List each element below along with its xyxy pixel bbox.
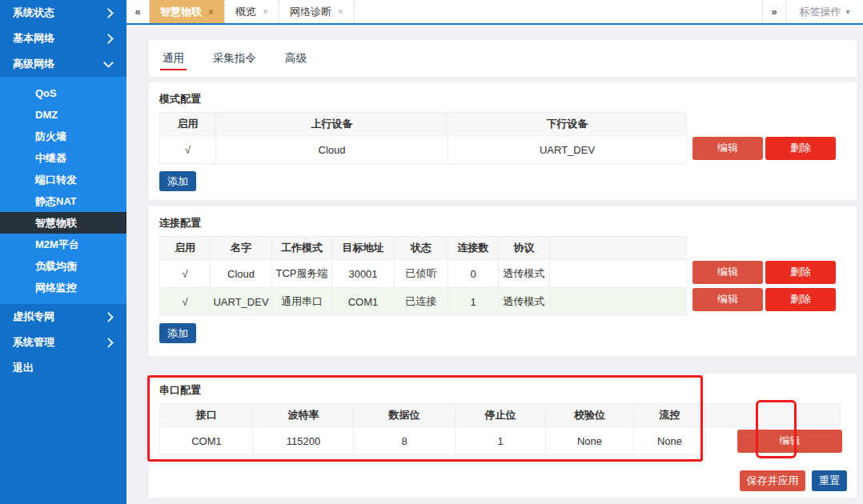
cell-protocol: 透传模式 — [499, 288, 550, 316]
sidebar-subitem-smart-iot[interactable]: 智慧物联 — [0, 212, 126, 234]
tab-overview[interactable]: 概览 × — [224, 0, 279, 23]
sidebar: 系统状态 基本网络 高级网络 QoS DMZ 防火墙 中继器 端口转发 静态NA… — [0, 0, 126, 504]
cell-uplink-device: Cloud — [216, 136, 448, 164]
cell-filler — [550, 288, 687, 316]
column-header: 接口 — [160, 404, 254, 427]
close-icon[interactable]: × — [208, 7, 214, 17]
cell-parity: None — [546, 427, 634, 455]
main-content: 通用 采集指令 高级 模式配置 启用 上行设备 下行设备 √ Cloud UAR… — [126, 25, 863, 504]
tab-ops-dropdown[interactable]: 标签操作 ▾ — [786, 0, 863, 23]
edit-button[interactable]: 编辑 — [692, 137, 763, 160]
cell-downlink-device: UART_DEV — [448, 136, 687, 164]
add-button[interactable]: 添加 — [159, 323, 196, 343]
sidebar-subitem-network-monitoring[interactable]: 网络监控 — [0, 277, 126, 298]
cell-connection-count: 1 — [448, 288, 499, 316]
sidebar-submenu: QoS DMZ 防火墙 中继器 端口转发 静态NAT 智慧物联 M2M平台 负载… — [0, 77, 126, 304]
column-header: 连接数 — [448, 237, 499, 260]
close-icon[interactable]: × — [263, 7, 268, 17]
column-header: 停止位 — [456, 404, 546, 427]
sidebar-item-label: 基本网络 — [13, 31, 54, 46]
serial-config-table: 接口 波特率 数据位 停止位 校验位 流控 COM1 115200 8 1 No… — [159, 403, 706, 455]
sidebar-item-advanced-network[interactable]: 高级网络 — [0, 51, 126, 77]
sidebar-item-vpn[interactable]: 虚拟专网 — [0, 304, 126, 330]
tab-scroll-right-button[interactable]: » — [762, 0, 786, 23]
cell-work-mode: TCP服务端 — [272, 260, 332, 288]
tab-label: 智慧物联 — [160, 5, 202, 19]
cell-connection-count: 0 — [448, 260, 499, 288]
cell-filler — [550, 260, 687, 288]
column-header: 协议 — [499, 237, 550, 260]
sidebar-item-system-status[interactable]: 系统状态 — [0, 0, 126, 26]
tab-network-diagnosis[interactable]: 网络诊断 × — [279, 0, 355, 23]
save-and-apply-button[interactable]: 保存并应用 — [740, 470, 805, 491]
sidebar-subitem-load-balancing[interactable]: 负载均衡 — [0, 255, 126, 277]
tab-smart-iot[interactable]: 智慧物联 × — [150, 0, 224, 23]
edit-button[interactable]: 编辑 — [737, 430, 842, 453]
sidebar-subitem-static-nat[interactable]: 静态NAT — [0, 190, 126, 212]
mode-config-section: 模式配置 启用 上行设备 下行设备 √ Cloud UART_DEV 编辑 — [149, 82, 857, 200]
cell-data-bits: 8 — [354, 427, 456, 455]
chevron-down-icon — [103, 58, 114, 68]
reset-button[interactable]: 重置 — [812, 470, 847, 491]
sidebar-subitem-dmz[interactable]: DMZ — [0, 104, 126, 126]
column-header: 波特率 — [254, 404, 354, 427]
sidebar-subitem-qos[interactable]: QoS — [0, 82, 126, 104]
tab-ops-label: 标签操作 — [799, 5, 841, 19]
cell-status: 已连接 — [395, 288, 448, 316]
add-button[interactable]: 添加 — [159, 171, 196, 191]
column-header: 校验位 — [546, 404, 634, 427]
close-icon[interactable]: × — [338, 7, 343, 17]
delete-button[interactable]: 删除 — [765, 288, 836, 311]
column-header-filler — [550, 237, 687, 260]
tab-label: 网络诊断 — [290, 5, 331, 19]
edit-button[interactable]: 编辑 — [692, 288, 763, 311]
column-header: 目标地址 — [332, 237, 395, 260]
column-header: 工作模式 — [272, 237, 332, 260]
tab-general[interactable]: 通用 — [160, 40, 187, 77]
column-header: 上行设备 — [216, 113, 448, 136]
sidebar-subitem-m2m-platform[interactable]: M2M平台 — [0, 234, 126, 255]
column-header: 状态 — [395, 237, 448, 260]
tab-collect-commands[interactable]: 采集指令 — [211, 40, 259, 77]
cell-baud-rate: 115200 — [254, 427, 354, 455]
sidebar-item-label: 系统状态 — [13, 6, 54, 20]
sidebar-item-label: 系统管理 — [13, 335, 54, 350]
footer-actions: 保存并应用 重置 — [740, 470, 847, 491]
tab-advanced[interactable]: 高级 — [283, 40, 309, 77]
enabled-checkmark: √ — [160, 288, 211, 316]
row-actions: 编辑 — [706, 403, 857, 454]
mode-config-table: 启用 上行设备 下行设备 √ Cloud UART_DEV — [159, 112, 687, 164]
tab-scroll-left-button[interactable]: « — [126, 0, 150, 23]
table-header-row: 启用 名字 工作模式 目标地址 状态 连接数 协议 — [160, 237, 687, 260]
sidebar-subitem-repeater[interactable]: 中继器 — [0, 147, 126, 169]
row-actions: 编辑 删除 编辑 删除 — [687, 236, 857, 313]
sidebar-item-logout[interactable]: 退出 — [0, 355, 126, 381]
chevron-right-icon — [103, 8, 114, 18]
cell-name: Cloud — [211, 260, 272, 288]
delete-button[interactable]: 删除 — [765, 261, 836, 284]
sidebar-subitem-firewall[interactable]: 防火墙 — [0, 126, 126, 147]
row-actions: 编辑 删除 — [687, 112, 857, 162]
sidebar-item-label: 退出 — [13, 361, 34, 375]
content-tabs: 通用 采集指令 高级 — [149, 40, 857, 77]
sidebar-item-basic-network[interactable]: 基本网络 — [0, 26, 126, 51]
serial-config-section: 串口配置 接口 波特率 数据位 停止位 校验位 流控 COM1 115200 — [149, 374, 857, 498]
enabled-checkmark: √ — [160, 260, 211, 288]
cell-protocol: 透传模式 — [499, 260, 550, 288]
table-row: √ UART_DEV 通用串口 COM1 已连接 1 透传模式 — [160, 288, 687, 316]
cell-name: UART_DEV — [211, 288, 272, 316]
sidebar-item-system-management[interactable]: 系统管理 — [0, 330, 126, 355]
tab-label: 概览 — [235, 5, 256, 19]
column-header: 数据位 — [354, 404, 456, 427]
tab-bar-spacer — [355, 0, 762, 23]
section-title: 串口配置 — [149, 374, 857, 397]
table-header-row: 接口 波特率 数据位 停止位 校验位 流控 — [160, 404, 706, 427]
enabled-checkmark: √ — [160, 136, 216, 164]
cell-flow-control: None — [634, 427, 706, 455]
delete-button[interactable]: 删除 — [765, 137, 836, 160]
connection-config-section: 连接配置 启用 名字 工作模式 目标地址 状态 连接数 协议 — [149, 206, 857, 356]
edit-button[interactable]: 编辑 — [692, 261, 763, 284]
cell-work-mode: 通用串口 — [272, 288, 332, 316]
sidebar-subitem-port-forwarding[interactable]: 端口转发 — [0, 169, 126, 190]
table-header-row: 启用 上行设备 下行设备 — [160, 113, 687, 136]
